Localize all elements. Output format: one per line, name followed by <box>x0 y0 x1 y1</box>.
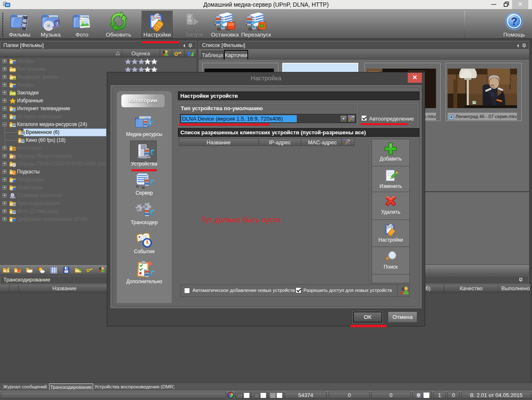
svg-text:?: ? <box>511 15 517 27</box>
